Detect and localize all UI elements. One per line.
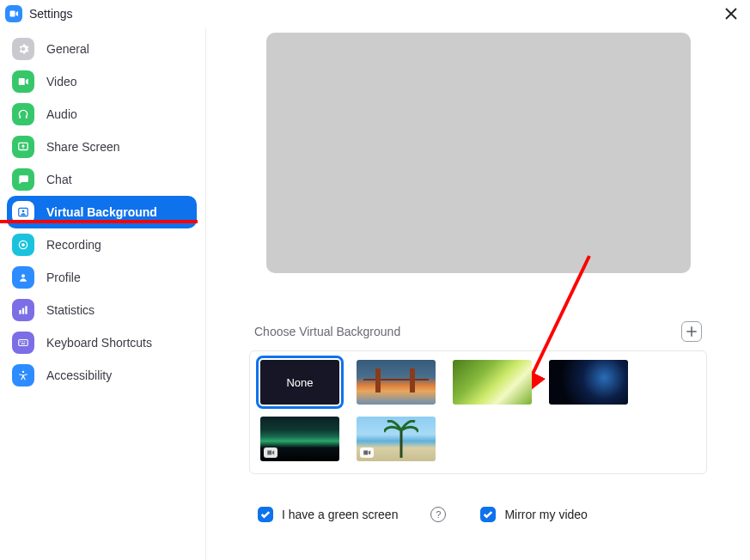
checkbox-checked-icon <box>258 507 273 522</box>
svg-point-4 <box>21 243 25 247</box>
bg-thumb-bridge[interactable] <box>357 360 436 405</box>
highlight-underline <box>0 220 198 223</box>
svg-rect-10 <box>21 341 21 342</box>
bg-thumb-beach[interactable] <box>357 417 436 461</box>
help-icon[interactable]: ? <box>430 507 446 522</box>
window-title: Settings <box>29 7 73 21</box>
share-screen-icon <box>12 136 34 158</box>
add-background-button[interactable] <box>681 321 702 342</box>
svg-point-2 <box>22 210 25 212</box>
bg-thumb-none[interactable]: None <box>260 360 339 405</box>
sidebar-item-statistics[interactable]: Statistics <box>7 294 197 326</box>
background-thumbnails: None <box>249 350 707 474</box>
sidebar-item-label: Audio <box>46 107 77 121</box>
content-pane: Choose Virtual Background None <box>206 27 750 560</box>
video-badge-icon <box>360 447 374 458</box>
sidebar: General Video Audio Share Screen Chat <box>0 27 206 560</box>
keyboard-icon <box>12 332 34 354</box>
bg-thumb-aurora[interactable] <box>260 417 339 461</box>
sidebar-item-label: Share Screen <box>46 140 120 154</box>
sidebar-item-share-screen[interactable]: Share Screen <box>7 131 197 163</box>
sidebar-item-label: Keyboard Shortcuts <box>46 336 152 350</box>
sidebar-item-accessibility[interactable]: Accessibility <box>7 359 197 392</box>
sidebar-item-video[interactable]: Video <box>7 65 197 98</box>
sidebar-item-label: General <box>46 42 89 56</box>
sidebar-item-chat[interactable]: Chat <box>7 163 197 196</box>
options-row: I have a green screen ? Mirror my video <box>249 507 707 522</box>
bg-thumb-earth[interactable] <box>549 360 628 405</box>
sidebar-item-profile[interactable]: Profile <box>7 261 197 294</box>
video-badge-icon <box>264 447 277 458</box>
section-title: Choose Virtual Background <box>254 325 400 338</box>
svg-rect-7 <box>22 308 24 314</box>
person-icon <box>12 266 34 289</box>
sidebar-item-label: Profile <box>46 271 81 284</box>
video-preview <box>266 33 691 273</box>
close-button[interactable] <box>721 3 741 24</box>
svg-point-5 <box>21 274 25 277</box>
svg-point-14 <box>22 371 24 373</box>
sidebar-item-virtual-background[interactable]: Virtual Background <box>7 196 197 228</box>
sidebar-item-recording[interactable]: Recording <box>7 228 197 261</box>
record-icon <box>12 234 34 256</box>
sidebar-item-label: Video <box>46 75 77 88</box>
green-screen-checkbox[interactable]: I have a green screen <box>258 507 398 522</box>
sidebar-item-keyboard-shortcuts[interactable]: Keyboard Shortcuts <box>7 326 197 359</box>
sidebar-item-label: Chat <box>46 173 72 186</box>
titlebar: Settings <box>0 0 750 27</box>
bar-chart-icon <box>12 299 34 321</box>
svg-rect-11 <box>22 341 23 342</box>
svg-rect-9 <box>19 340 28 346</box>
gear-icon <box>12 38 34 60</box>
sidebar-item-label: Recording <box>46 238 101 252</box>
mirror-video-checkbox[interactable]: Mirror my video <box>480 507 587 522</box>
checkbox-label: Mirror my video <box>504 508 587 521</box>
svg-rect-6 <box>19 310 21 314</box>
sidebar-item-audio[interactable]: Audio <box>7 98 197 131</box>
checkbox-checked-icon <box>480 507 496 522</box>
svg-rect-12 <box>24 341 25 342</box>
bg-thumb-grass[interactable] <box>453 360 532 405</box>
accessibility-icon <box>12 364 34 387</box>
app-icon <box>5 5 22 22</box>
chat-icon <box>12 168 34 191</box>
headphones-icon <box>12 103 34 125</box>
svg-rect-13 <box>21 344 26 344</box>
sidebar-item-label: Virtual Background <box>46 205 157 219</box>
checkbox-label: I have a green screen <box>282 508 398 521</box>
bg-thumb-label: None <box>286 376 313 389</box>
sidebar-item-label: Accessibility <box>46 368 112 382</box>
video-icon <box>12 70 34 93</box>
sidebar-item-label: Statistics <box>46 303 95 317</box>
sidebar-item-general[interactable]: General <box>7 33 197 65</box>
svg-rect-8 <box>25 306 27 313</box>
